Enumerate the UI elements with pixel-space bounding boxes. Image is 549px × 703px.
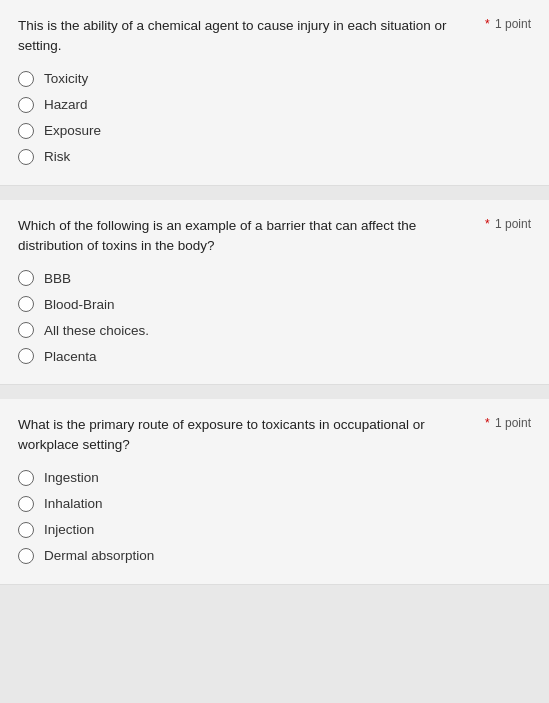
option-item-q2-c[interactable]: All these choices. (18, 322, 531, 338)
radio-q1-a[interactable] (18, 71, 34, 87)
question-header-1: This is the ability of a chemical agent … (18, 16, 531, 57)
question-header-2: Which of the following is an example of … (18, 216, 531, 257)
option-item-q1-b[interactable]: Hazard (18, 97, 531, 113)
option-item-q3-a[interactable]: Ingestion (18, 470, 531, 486)
options-list-3: Ingestion Inhalation Injection Dermal ab… (18, 470, 531, 564)
question-text-1: This is the ability of a chemical agent … (18, 16, 485, 57)
required-star-1: * (485, 17, 490, 31)
option-label-q1-b: Hazard (44, 97, 88, 112)
options-list-1: Toxicity Hazard Exposure Risk (18, 71, 531, 165)
radio-q1-c[interactable] (18, 123, 34, 139)
option-label-q1-d: Risk (44, 149, 70, 164)
option-item-q1-d[interactable]: Risk (18, 149, 531, 165)
radio-q2-b[interactable] (18, 296, 34, 312)
points-label-3: * 1 point (485, 416, 531, 430)
question-card-2: Which of the following is an example of … (0, 200, 549, 386)
question-card-3: What is the primary route of exposure to… (0, 399, 549, 585)
radio-q3-b[interactable] (18, 496, 34, 512)
question-text-3: What is the primary route of exposure to… (18, 415, 485, 456)
option-item-q2-d[interactable]: Placenta (18, 348, 531, 364)
option-item-q3-c[interactable]: Injection (18, 522, 531, 538)
radio-q2-c[interactable] (18, 322, 34, 338)
question-header-3: What is the primary route of exposure to… (18, 415, 531, 456)
option-item-q2-b[interactable]: Blood-Brain (18, 296, 531, 312)
option-label-q2-a: BBB (44, 271, 71, 286)
radio-q2-a[interactable] (18, 270, 34, 286)
question-card-1: This is the ability of a chemical agent … (0, 0, 549, 186)
option-item-q1-a[interactable]: Toxicity (18, 71, 531, 87)
required-star-3: * (485, 416, 490, 430)
option-label-q3-a: Ingestion (44, 470, 99, 485)
required-star-2: * (485, 217, 490, 231)
option-item-q3-b[interactable]: Inhalation (18, 496, 531, 512)
option-item-q2-a[interactable]: BBB (18, 270, 531, 286)
option-label-q2-b: Blood-Brain (44, 297, 115, 312)
option-label-q2-c: All these choices. (44, 323, 149, 338)
radio-q2-d[interactable] (18, 348, 34, 364)
option-label-q3-b: Inhalation (44, 496, 103, 511)
option-label-q3-c: Injection (44, 522, 94, 537)
points-label-2: * 1 point (485, 217, 531, 231)
radio-q3-d[interactable] (18, 548, 34, 564)
radio-q1-d[interactable] (18, 149, 34, 165)
radio-q3-a[interactable] (18, 470, 34, 486)
radio-q3-c[interactable] (18, 522, 34, 538)
options-list-2: BBB Blood-Brain All these choices. Place… (18, 270, 531, 364)
option-label-q2-d: Placenta (44, 349, 97, 364)
option-label-q1-c: Exposure (44, 123, 101, 138)
points-label-1: * 1 point (485, 17, 531, 31)
option-label-q1-a: Toxicity (44, 71, 88, 86)
option-item-q1-c[interactable]: Exposure (18, 123, 531, 139)
option-item-q3-d[interactable]: Dermal absorption (18, 548, 531, 564)
question-text-2: Which of the following is an example of … (18, 216, 485, 257)
radio-q1-b[interactable] (18, 97, 34, 113)
option-label-q3-d: Dermal absorption (44, 548, 154, 563)
